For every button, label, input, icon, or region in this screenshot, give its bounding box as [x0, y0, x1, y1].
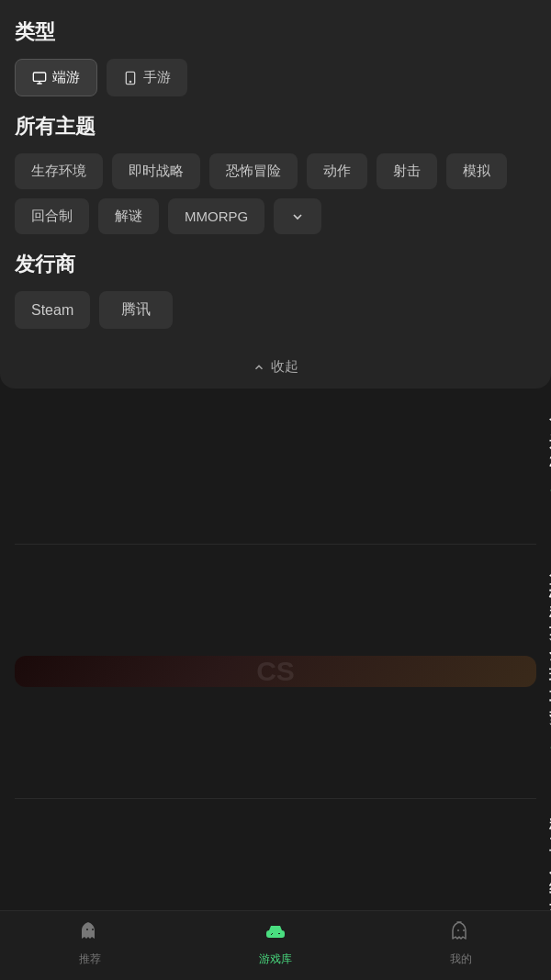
ghost-icon [79, 920, 101, 948]
collapse-bar[interactable]: 收起 [15, 345, 536, 389]
theme-btn-shooter[interactable]: 射击 [377, 153, 437, 189]
theme-btn-sim[interactable]: 模拟 [446, 153, 507, 189]
svg-point-4 [463, 929, 465, 931]
type-btn-mobile[interactable]: 手游 [107, 59, 187, 96]
publisher-btn-steam[interactable]: Steam [15, 291, 90, 329]
mobile-icon [123, 71, 138, 85]
svg-rect-0 [33, 73, 45, 81]
game-item-csgo: 反恐精英：全球攻势 ★ 8.9 分 Follow me! 开玩 [15, 545, 536, 799]
nav-label-mine: 我的 [450, 952, 472, 967]
bottom-nav: 推荐 游戏库 我的 [0, 910, 551, 980]
theme-section-title: 所有主题 [15, 113, 536, 141]
nav-label-recommend: 推荐 [79, 952, 101, 967]
svg-point-3 [457, 929, 459, 931]
theme-buttons-row: 生存环境 即时战略 恐怖冒险 动作 射击 模拟 回合制 解谜 MMORPG [15, 153, 536, 234]
theme-btn-turnbased[interactable]: 回合制 [15, 198, 89, 234]
publisher-section-title: 发行商 [15, 251, 536, 278]
type-section-title: 类型 [15, 18, 536, 46]
monitor-icon [32, 71, 47, 85]
publisher-btn-tencent[interactable]: 腾讯 [99, 291, 173, 329]
type-btn-pc[interactable]: 端游 [15, 59, 97, 96]
game-item-destiny: 命运2 ★ 8.2 分 探索太阳系的隐秘，成为最强守护者 开玩 [15, 396, 536, 545]
theme-btn-mmorpg[interactable]: MMORPG [168, 198, 264, 234]
theme-btn-action[interactable]: 动作 [307, 153, 367, 189]
theme-btn-horror[interactable]: 恐怖冒险 [209, 153, 298, 189]
game-list: 命运2 ★ 8.2 分 探索太阳系的隐秘，成为最强守护者 开玩 反恐精英：全球攻… [0, 396, 551, 980]
type-buttons-row: 端游 手游 [15, 59, 536, 96]
chevron-up-icon [253, 361, 265, 374]
theme-btn-survival[interactable]: 生存环境 [15, 153, 103, 189]
chevron-down-icon [290, 209, 305, 224]
ghost-outline-icon [450, 920, 472, 948]
svg-point-2 [129, 81, 130, 82]
nav-item-mine[interactable]: 我的 [450, 920, 472, 967]
game-cover-csgo [15, 656, 536, 687]
theme-btn-puzzle[interactable]: 解谜 [98, 198, 159, 234]
nav-item-library[interactable]: 游戏库 [259, 920, 292, 967]
theme-btn-rts[interactable]: 即时战略 [112, 153, 200, 189]
gamepad-icon [264, 920, 287, 948]
nav-item-recommend[interactable]: 推荐 [79, 920, 101, 967]
publisher-buttons-row: Steam 腾讯 [15, 291, 536, 329]
nav-label-library: 游戏库 [259, 952, 292, 967]
theme-btn-more[interactable] [274, 198, 321, 234]
filter-panel: 类型 端游 手游 所有主题 生存环境 即时战略 恐怖冒险 动作 射击 模拟 回合… [0, 0, 551, 389]
